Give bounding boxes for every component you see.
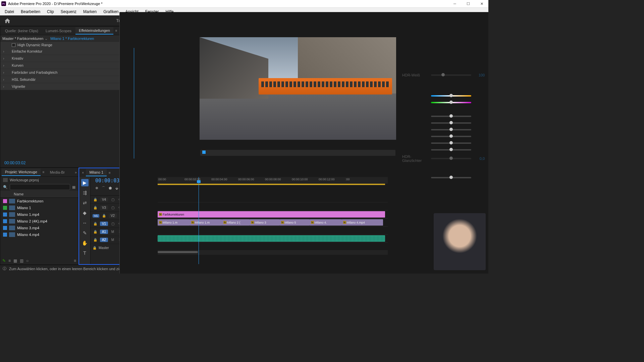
lock-icon[interactable]: 🔒 bbox=[93, 246, 97, 250]
track-v2-label[interactable]: V2 bbox=[109, 214, 117, 218]
mute-audio-icon[interactable]: M bbox=[110, 230, 115, 234]
menu-bearbeiten[interactable]: Bearbeiten bbox=[17, 8, 44, 15]
pencil-icon[interactable]: ✎ bbox=[2, 258, 6, 263]
track-v4-label[interactable]: V4 bbox=[100, 197, 108, 202]
razor-tool[interactable]: ◆ bbox=[81, 209, 89, 217]
marker-icon[interactable]: ⬟ bbox=[109, 186, 112, 190]
tab-timeline[interactable]: Milano 1 bbox=[86, 169, 107, 176]
saturation-slider[interactable] bbox=[431, 177, 471, 178]
track-v1[interactable]: fxMilano 1.mfxMilano 1.mfxMilano 2 (fxMi… bbox=[158, 219, 388, 227]
maximize-button[interactable]: ☐ bbox=[463, 0, 474, 7]
mute-audio-icon[interactable]: M bbox=[110, 238, 115, 242]
program-viewer[interactable] bbox=[200, 37, 396, 140]
fx-clip-label[interactable]: Milano 1 * Farbkorrekturen bbox=[50, 37, 94, 41]
temperature-slider[interactable] bbox=[431, 95, 471, 97]
selection-tool[interactable]: ▶ bbox=[81, 179, 89, 186]
label-swatch[interactable] bbox=[3, 233, 7, 237]
track-v1-label[interactable]: V1 bbox=[100, 222, 108, 226]
video-clip[interactable]: fxMilano 1.m bbox=[190, 219, 222, 226]
menu-datei[interactable]: Datei bbox=[1, 8, 17, 15]
project-item[interactable]: Milano 3.mp4 bbox=[0, 225, 78, 231]
track-v4[interactable] bbox=[158, 194, 388, 202]
ripple-tool[interactable]: ⇄ bbox=[81, 199, 89, 206]
blacks-slider[interactable] bbox=[431, 149, 471, 150]
tab-source[interactable]: Quelle: (keine Clips) bbox=[2, 27, 42, 34]
hand-tool[interactable]: ✋ bbox=[81, 239, 89, 247]
list-view-icon[interactable]: ≡ bbox=[8, 258, 11, 263]
mute-video-icon[interactable]: ▢ bbox=[110, 197, 115, 202]
chevron-down-icon[interactable]: ⌄ bbox=[45, 37, 48, 41]
exposure-slider[interactable] bbox=[431, 116, 471, 117]
source-v1[interactable]: V1 bbox=[93, 214, 99, 218]
whites-slider[interactable] bbox=[431, 142, 471, 144]
label-swatch[interactable] bbox=[3, 219, 7, 223]
timeline-h-scroll[interactable] bbox=[158, 250, 388, 255]
video-clip[interactable]: fxMilano 1.m bbox=[158, 219, 190, 226]
lock-icon[interactable]: 🔒 bbox=[93, 222, 98, 226]
lock-icon[interactable]: 🔒 bbox=[93, 205, 98, 210]
contrast-slider[interactable] bbox=[431, 122, 471, 124]
track-a2-label[interactable]: A2 bbox=[100, 238, 108, 242]
fx-row-basic[interactable]: ›Einfache Korrektur bbox=[0, 48, 119, 55]
pen-tool[interactable]: ✎ bbox=[81, 229, 89, 237]
fx-row-wheels[interactable]: ›Farbräder und Farbabgleich bbox=[0, 69, 119, 76]
type-tool[interactable]: T bbox=[81, 249, 89, 257]
fx-row-curves[interactable]: ›Kurven bbox=[0, 62, 119, 69]
close-tab-icon[interactable]: × bbox=[80, 171, 85, 175]
track-v2[interactable]: fxFarbkorrekturen bbox=[158, 210, 388, 219]
video-clip[interactable]: fxMilano 5 bbox=[280, 219, 310, 226]
add-marker-icon[interactable]: ⬙ bbox=[115, 186, 118, 190]
lock-icon[interactable]: 🔒 bbox=[93, 230, 98, 234]
timeline-ruler[interactable]: :00:0000:00:02:0000:00:04:0000:00:06:000… bbox=[158, 177, 388, 184]
label-swatch[interactable] bbox=[3, 226, 7, 230]
tint-slider[interactable] bbox=[431, 102, 471, 103]
hdr-checkbox[interactable] bbox=[12, 43, 15, 47]
video-clip[interactable]: fxMilano 3 bbox=[250, 219, 279, 226]
fx-playhead[interactable] bbox=[134, 48, 134, 159]
audio-clip[interactable] bbox=[158, 235, 385, 242]
project-item[interactable]: Farbkorrekturen bbox=[0, 198, 78, 204]
scrub-handle[interactable] bbox=[202, 150, 206, 154]
mute-video-icon[interactable]: ▢ bbox=[110, 222, 115, 226]
project-item[interactable]: Milano 1.mp4 bbox=[0, 211, 78, 218]
shadows-slider[interactable] bbox=[431, 136, 471, 137]
fx-row-hsl[interactable]: ›HSL Sekundär bbox=[0, 76, 119, 83]
search-icon[interactable]: 🔍 bbox=[3, 185, 8, 189]
home-button[interactable] bbox=[3, 17, 12, 25]
freeform-view-icon[interactable]: ▦ bbox=[72, 185, 75, 189]
minimize-button[interactable]: ─ bbox=[449, 0, 460, 7]
lock-icon[interactable]: 🔒 bbox=[93, 238, 98, 242]
tab-project[interactable]: Projekt: Werkzeuge bbox=[2, 169, 41, 176]
video-clip[interactable]: fxMilano 2 ( bbox=[222, 219, 250, 226]
close-button[interactable]: ✕ bbox=[476, 0, 487, 7]
project-menu[interactable]: ≡ bbox=[41, 170, 46, 174]
h-scroll-thumb[interactable] bbox=[158, 251, 198, 253]
track-a1[interactable] bbox=[158, 227, 388, 235]
timeline-playhead[interactable] bbox=[199, 177, 199, 264]
fx-row-vignette[interactable]: ›Vignette bbox=[0, 83, 119, 90]
fx-current-time[interactable]: 00:00:03:02 bbox=[2, 159, 28, 167]
menu-clip[interactable]: Clip bbox=[44, 8, 57, 15]
track-a1-label[interactable]: A1 bbox=[100, 230, 108, 234]
fx-master-label[interactable]: Master * Farbkorrekturen bbox=[2, 37, 43, 41]
lock-icon[interactable]: 🔒 bbox=[101, 214, 107, 218]
tab-effect-controls[interactable]: Effekteinstellungen bbox=[75, 27, 113, 35]
program-scrubbar[interactable] bbox=[200, 150, 395, 156]
freeform-icon[interactable]: ▥ bbox=[20, 258, 23, 263]
column-name-header[interactable]: Name bbox=[0, 191, 78, 198]
tabs-overflow[interactable]: » bbox=[75, 170, 77, 174]
track-a2[interactable] bbox=[158, 235, 388, 243]
slip-tool[interactable]: ↔ bbox=[81, 219, 89, 227]
project-item[interactable]: Milano 2 (4K).mp4 bbox=[0, 218, 78, 225]
timeline-menu-icon[interactable]: ≡ bbox=[107, 171, 112, 175]
adjustment-clip[interactable]: fxFarbkorrekturen bbox=[158, 211, 385, 218]
snap-icon[interactable]: ❄ bbox=[95, 186, 98, 190]
zoom-slider-icon[interactable]: ○ bbox=[26, 258, 29, 263]
menu-sequenz[interactable]: Sequenz bbox=[57, 8, 80, 15]
highlights-slider[interactable] bbox=[431, 129, 471, 130]
menu-grafiken[interactable]: Grafiken bbox=[100, 8, 122, 15]
track-v3-label[interactable]: V3 bbox=[100, 205, 108, 210]
label-swatch[interactable] bbox=[3, 213, 7, 217]
video-clip[interactable]: fxMilano 4. bbox=[310, 219, 342, 226]
track-select-tool[interactable]: ⇶ bbox=[81, 189, 89, 196]
